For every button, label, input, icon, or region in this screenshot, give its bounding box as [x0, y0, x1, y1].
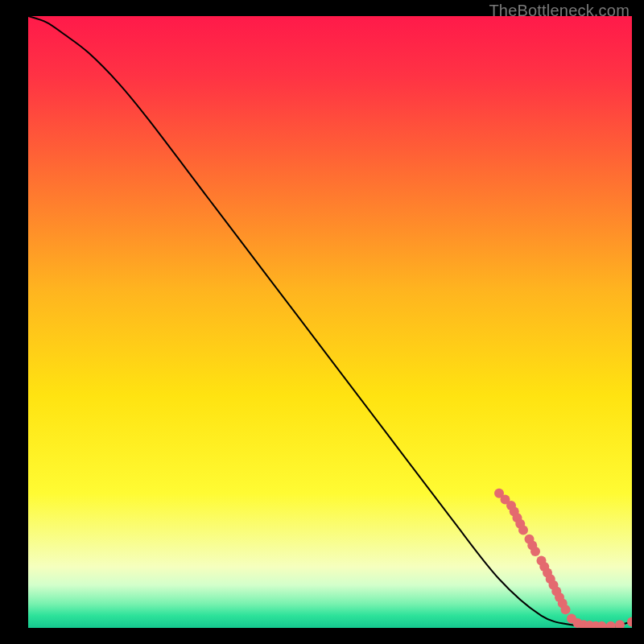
plot-area	[28, 16, 632, 628]
sample-point	[561, 605, 571, 614]
sample-point	[530, 547, 540, 556]
sample-point	[518, 525, 528, 535]
gradient-background	[28, 16, 632, 628]
chart-stage: TheBottleneck.com	[0, 0, 644, 644]
chart-svg	[28, 16, 632, 628]
